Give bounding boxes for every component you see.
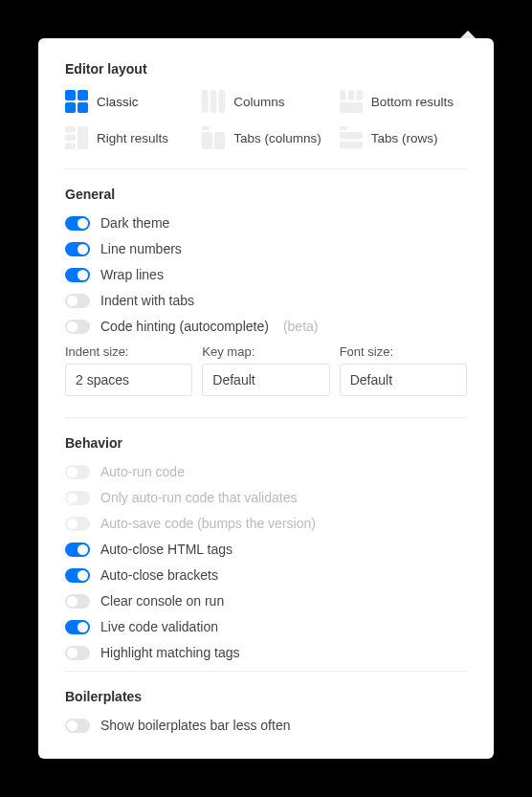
toggle-switch [65,491,90,505]
toggle-row: Show boilerplates bar less often [65,718,467,733]
toggle-row: Indent with tabs [65,293,467,308]
toggle-row: Auto-close brackets [65,567,467,583]
svg-rect-12 [65,135,76,142]
toggle-row: Only auto-run code that validates [65,490,467,505]
toggle-label: Auto-save code (bumps the version) [100,516,316,531]
svg-rect-6 [219,90,226,113]
general-toggle-list: Dark themeLine numbersWrap linesIndent w… [65,215,467,334]
toggle-switch[interactable] [65,216,90,231]
toggle-row: Highlight matching tags [65,645,467,660]
layout-option-label: Classic [97,95,139,109]
layout-option-right-results[interactable]: Right results [65,126,192,149]
svg-rect-13 [65,144,76,150]
toggle-label: Auto-run code [100,464,185,479]
toggle-switch[interactable] [65,320,90,334]
toggle-switch[interactable] [65,568,90,583]
toggle-label: Highlight matching tags [100,645,240,660]
divider [65,168,467,169]
svg-rect-18 [340,126,347,130]
toggle-switch[interactable] [65,294,90,308]
toggle-switch[interactable] [65,719,90,733]
svg-rect-9 [356,90,363,100]
toggle-row: Dark theme [65,215,467,231]
toggle-row: Clear console on run [65,593,467,609]
toggle-label: Live code validation [100,619,218,634]
toggle-suffix: (beta) [283,319,319,334]
section-title-layout: Editor layout [65,61,467,77]
toggle-label: Dark theme [100,215,169,231]
field-indent-size: Indent size: 2 spaces [65,344,192,396]
toggle-switch[interactable] [65,268,90,282]
toggle-label: Code hinting (autocomplete) [100,319,269,334]
field-key-map: Key map: Default [202,344,329,396]
field-label: Indent size: [65,344,192,359]
svg-rect-5 [211,90,217,113]
layout-columns-icon [202,90,225,113]
layout-option-label: Right results [97,131,168,145]
layout-right-results-icon [65,126,88,149]
toggle-switch[interactable] [65,594,90,609]
svg-rect-16 [202,132,212,149]
toggle-label: Auto-close brackets [100,567,218,583]
svg-rect-0 [65,90,76,100]
toggle-label: Line numbers [100,241,182,256]
select-key-map[interactable]: Default [202,364,329,396]
toggle-switch[interactable] [65,620,90,634]
toggle-switch[interactable] [65,646,90,660]
toggle-label: Show boilerplates bar less often [100,718,290,733]
toggle-switch [65,465,90,479]
section-title-general: General [65,187,467,202]
toggle-row: Live code validation [65,619,467,634]
layout-options: Classic Columns Bottom results [65,90,467,149]
svg-rect-15 [202,126,210,130]
layout-option-classic[interactable]: Classic [65,90,192,113]
select-indent-size[interactable]: 2 spaces [65,364,192,396]
section-title-behavior: Behavior [65,435,467,451]
svg-rect-7 [340,90,346,100]
svg-rect-1 [78,90,88,100]
toggle-switch[interactable] [65,242,90,256]
layout-option-label: Tabs (columns) [233,131,321,145]
svg-rect-4 [202,90,209,113]
toggle-label: Wrap lines [100,267,164,282]
layout-classic-icon [65,90,88,113]
toggle-row: Wrap lines [65,267,467,282]
section-title-boilerplates: Boilerplates [65,689,467,704]
toggle-row: Line numbers [65,241,467,256]
behavior-toggle-list: Auto-run codeOnly auto-run code that val… [65,464,467,660]
field-label: Font size: [340,344,467,359]
toggle-row: Auto-close HTML tags [65,542,467,557]
layout-option-columns[interactable]: Columns [202,90,329,113]
svg-rect-11 [65,126,76,133]
layout-tabs-rows-icon [340,126,363,149]
layout-bottom-results-icon [340,90,363,113]
boilerplates-toggle-list: Show boilerplates bar less often [65,718,467,733]
field-label: Key map: [202,344,329,359]
toggle-label: Indent with tabs [100,293,194,308]
toggle-row: Code hinting (autocomplete)(beta) [65,319,467,334]
toggle-switch[interactable] [65,542,90,557]
layout-option-bottom-results[interactable]: Bottom results [340,90,467,113]
divider [65,671,467,672]
select-font-size[interactable]: Default [340,364,467,396]
toggle-label: Auto-close HTML tags [100,542,233,557]
svg-rect-17 [214,132,225,149]
svg-rect-19 [340,132,363,140]
field-font-size: Font size: Default [340,344,467,396]
layout-option-tabs-rows[interactable]: Tabs (rows) [340,126,467,149]
svg-rect-10 [340,102,363,113]
svg-rect-20 [340,142,363,149]
svg-rect-8 [347,90,354,100]
svg-rect-3 [78,102,88,113]
layout-option-label: Bottom results [371,95,454,109]
general-field-row: Indent size: 2 spaces Key map: Default F… [65,344,467,396]
settings-panel: Editor layout Classic Columns [38,38,494,759]
toggle-label: Only auto-run code that validates [100,490,297,505]
toggle-row: Auto-run code [65,464,467,479]
toggle-row: Auto-save code (bumps the version) [65,516,467,531]
layout-option-tabs-columns[interactable]: Tabs (columns) [202,126,329,149]
toggle-label: Clear console on run [100,593,224,609]
layout-option-label: Tabs (rows) [371,131,438,145]
divider [65,417,467,418]
layout-tabs-columns-icon [202,126,225,149]
